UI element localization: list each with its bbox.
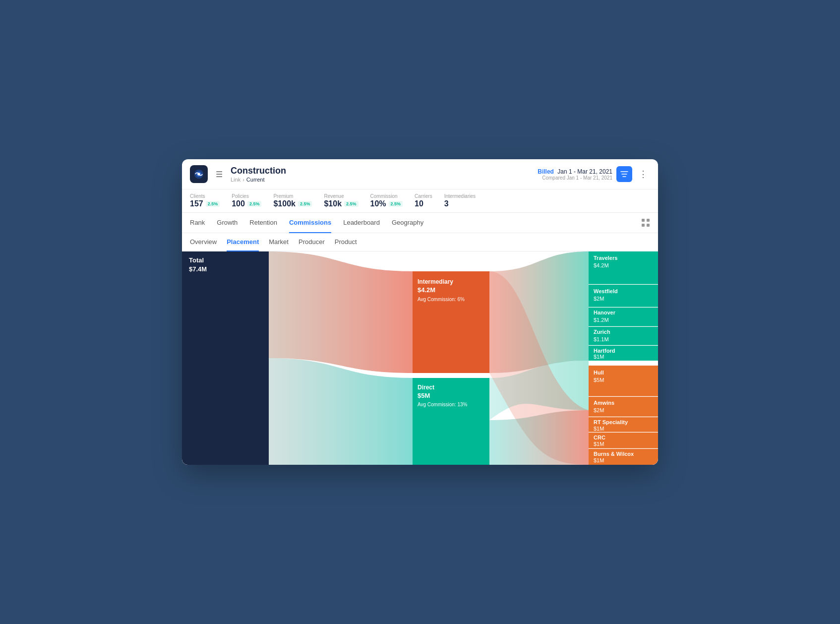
stat-premium-label: Premium [273, 193, 312, 199]
direct-block [413, 378, 489, 465]
billed-date-value: Jan 1 - Mar 21, 2021 [557, 168, 612, 175]
filter-button[interactable] [616, 166, 632, 182]
main-window: ☰ Construction Link › Current Billed Jan… [182, 159, 658, 465]
burns-name: Burns & Wilcox [594, 451, 634, 457]
hanover-name: Hanover [594, 310, 616, 315]
travelers-value: $4.2M [594, 262, 609, 268]
intermediary-value: $4.2M [418, 286, 435, 294]
stat-revenue-value: $10k [324, 199, 342, 208]
stat-premium-value: $100k [273, 199, 296, 208]
sub-tabs: Overview Placement Market Producer Produ… [182, 233, 658, 251]
crc-value: $1M [594, 441, 604, 447]
crc-name: CRC [594, 435, 605, 440]
tab-growth[interactable]: Growth [217, 213, 238, 233]
stat-commission-label: Commission [370, 193, 403, 199]
direct-avg: Avg Commission: 13% [418, 402, 468, 407]
hartford-value: $1M [594, 354, 604, 360]
hull-value: $5M [594, 377, 604, 383]
zurich-value: $1.1M [594, 336, 609, 342]
tab-retention[interactable]: Retention [249, 213, 277, 233]
direct-flow-left [269, 358, 413, 465]
gap-block [413, 373, 489, 378]
breadcrumb-separator: › [242, 177, 244, 183]
nav-tabs: Rank Growth Retention Commissions Leader… [182, 213, 658, 233]
compared-date: Compared Jan 1 - Mar 21, 2021 [538, 175, 612, 181]
total-block [182, 251, 269, 465]
subtab-producer[interactable]: Producer [299, 233, 325, 251]
page-title-section: Construction Link › Current [231, 166, 532, 183]
stat-carriers-value: 10 [415, 199, 423, 208]
stat-carriers: Carriers 10 [415, 193, 432, 208]
stat-policies-label: Policies [232, 193, 261, 199]
more-options-button[interactable]: ⋮ [636, 167, 650, 181]
hartford-name: Hartford [594, 348, 615, 354]
stat-commission: Commission 10% 2.5% [370, 193, 403, 208]
stat-intermediaries-value: 3 [444, 199, 449, 208]
stat-policies-value: 100 [232, 199, 245, 208]
billed-label: Billed [538, 168, 554, 175]
stat-policies: Policies 100 2.5% [232, 193, 261, 208]
stat-policies-badge: 2.5% [247, 201, 262, 207]
stat-revenue: Revenue $10k 2.5% [324, 193, 358, 208]
header: ☰ Construction Link › Current Billed Jan… [182, 159, 658, 189]
stat-commission-badge: 2.5% [389, 201, 403, 207]
stat-intermediaries-label: Intermediaries [444, 193, 476, 199]
svg-rect-3 [642, 219, 645, 222]
chart-area: Total $7.4M Intermediary $4.2M Avg Commi… [182, 251, 658, 465]
stat-premium: Premium $100k 2.5% [273, 193, 312, 208]
subtab-overview[interactable]: Overview [190, 233, 217, 251]
rt-name: RT Speciality [594, 419, 628, 425]
subtab-placement[interactable]: Placement [227, 233, 259, 251]
stat-clients-value: 157 [190, 199, 203, 208]
sankey-diagram: Total $7.4M Intermediary $4.2M Avg Commi… [182, 251, 658, 465]
hamburger-button[interactable]: ☰ [214, 168, 225, 181]
intermediary-flow-left [269, 251, 413, 373]
stat-premium-badge: 2.5% [298, 201, 312, 207]
tab-rank[interactable]: Rank [190, 213, 205, 233]
direct-value: $5M [418, 392, 430, 399]
stat-clients-label: Clients [190, 193, 220, 199]
hull-name: Hull [594, 370, 604, 375]
rt-value: $1M [594, 426, 604, 432]
svg-rect-5 [642, 224, 645, 227]
billed-date: Billed Jan 1 - Mar 21, 2021 [538, 168, 612, 175]
tab-geography[interactable]: Geography [392, 213, 423, 233]
burns-value: $1M [594, 457, 604, 463]
breadcrumb-link[interactable]: Link [231, 177, 240, 183]
date-range: Billed Jan 1 - Mar 21, 2021 Compared Jan… [538, 168, 612, 181]
hanover-value: $1.2M [594, 317, 609, 323]
zurich-name: Zurich [594, 329, 610, 335]
stat-intermediaries: Intermediaries 3 [444, 193, 476, 208]
subtab-product[interactable]: Product [335, 233, 357, 251]
grid-view-button[interactable] [641, 218, 650, 227]
breadcrumb: Link › Current [231, 177, 532, 183]
stat-clients: Clients 157 2.5% [190, 193, 220, 208]
westfield-name: Westfield [594, 288, 618, 294]
stat-revenue-label: Revenue [324, 193, 358, 199]
svg-rect-6 [647, 224, 650, 227]
amwins-name: Amwins [594, 400, 614, 406]
svg-rect-4 [647, 219, 650, 222]
stats-bar: Clients 157 2.5% Policies 100 2.5% Premi… [182, 189, 658, 213]
direct-label: Direct [418, 384, 434, 391]
tab-leaderboard[interactable]: Leaderboard [343, 213, 380, 233]
gap-between [589, 361, 658, 366]
westfield-value: $2M [594, 296, 604, 302]
header-right: Billed Jan 1 - Mar 21, 2021 Compared Jan… [538, 166, 650, 182]
stat-revenue-badge: 2.5% [344, 201, 359, 207]
breadcrumb-current: Current [246, 177, 265, 183]
stat-carriers-label: Carriers [415, 193, 432, 199]
dir-to-orange-flow [489, 410, 589, 465]
total-label: Total [189, 256, 204, 264]
total-value: $7.4M [189, 265, 207, 273]
stat-commission-value: 10% [370, 199, 386, 208]
intermediary-label: Intermediary [418, 278, 453, 285]
travelers-name: Travelers [594, 255, 617, 261]
stat-clients-badge: 2.5% [206, 201, 220, 207]
logo-button[interactable] [190, 165, 208, 183]
page-title: Construction [231, 166, 532, 177]
tab-commissions[interactable]: Commissions [289, 213, 331, 233]
amwins-value: $2M [594, 407, 604, 413]
subtab-market[interactable]: Market [269, 233, 289, 251]
intermediary-avg: Avg Commission: 6% [418, 297, 465, 302]
